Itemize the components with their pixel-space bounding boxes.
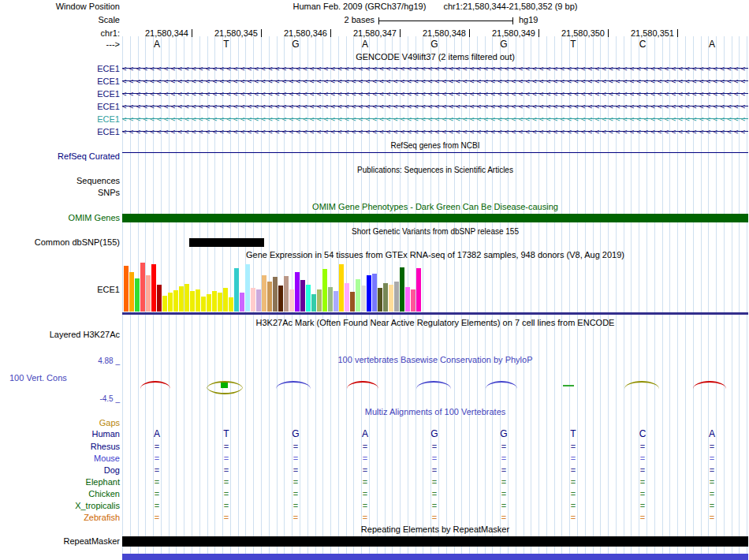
gtex-expression-bar[interactable] bbox=[278, 286, 283, 312]
phylop-signal-dash[interactable] bbox=[563, 385, 574, 386]
gtex-expression-bar[interactable] bbox=[322, 269, 327, 312]
multiz-species-label[interactable]: Mouse bbox=[0, 454, 120, 464]
bottom-track-bar[interactable] bbox=[122, 554, 748, 560]
gtex-gene-label[interactable]: ECE1 bbox=[0, 285, 120, 295]
snps-track-label[interactable]: SNPs bbox=[0, 188, 120, 198]
gtex-expression-bar[interactable] bbox=[295, 272, 300, 312]
h3k27ac-track-label[interactable]: Layered H3K27Ac bbox=[0, 330, 120, 340]
gtex-expression-bar[interactable] bbox=[179, 286, 184, 312]
gtex-expression-bar[interactable] bbox=[411, 289, 415, 312]
repeatmasker-label[interactable]: RepeatMasker bbox=[0, 536, 120, 547]
gtex-expression-bar[interactable] bbox=[300, 280, 305, 312]
dbsnp-variant-bar[interactable] bbox=[189, 238, 264, 247]
gtex-expression-bar[interactable] bbox=[394, 282, 399, 312]
gtex-expression-bar[interactable] bbox=[240, 293, 244, 312]
gtex-expression-bar[interactable] bbox=[196, 289, 200, 312]
gtex-expression-bar[interactable] bbox=[361, 286, 366, 312]
conservation-track-label[interactable]: 100 Vert. Cons bbox=[0, 373, 129, 383]
dbsnp-track-label[interactable]: Common dbSNP(155) bbox=[0, 237, 120, 248]
h3k27ac-track-header[interactable]: H3K27Ac Mark (Often Found Near Active Re… bbox=[122, 318, 748, 328]
omim-gene-bar[interactable] bbox=[122, 214, 748, 222]
gtex-expression-bar[interactable] bbox=[245, 264, 250, 312]
refseq-curated-line[interactable] bbox=[122, 152, 748, 153]
gencode-transcript[interactable]: <<<<<<<<<<<<<<<<<<<<<<<<<<<<<<<<<<<<<<<<… bbox=[122, 76, 748, 87]
gencode-transcript-label[interactable]: ECE1 bbox=[0, 102, 120, 112]
gtex-expression-bar[interactable] bbox=[135, 278, 140, 312]
repeatmasker-bar[interactable] bbox=[122, 536, 748, 547]
refseq-track-header[interactable]: RefSeq genes from NCBI bbox=[122, 140, 748, 151]
gtex-expression-chart[interactable] bbox=[124, 263, 422, 312]
sequences-track-label[interactable]: Sequences bbox=[0, 176, 120, 186]
gtex-expression-bar[interactable] bbox=[256, 289, 261, 312]
gtex-expression-bar[interactable] bbox=[334, 291, 338, 312]
gtex-expression-bar[interactable] bbox=[251, 288, 255, 312]
gtex-expression-bar[interactable] bbox=[184, 284, 189, 312]
gtex-expression-bar[interactable] bbox=[400, 267, 404, 312]
gtex-expression-bar[interactable] bbox=[129, 272, 134, 312]
gtex-expression-bar[interactable] bbox=[201, 297, 206, 312]
multiz-species-label[interactable]: Chicken bbox=[0, 489, 120, 499]
gtex-expression-bar[interactable] bbox=[212, 291, 217, 312]
gtex-expression-bar[interactable] bbox=[328, 287, 333, 312]
publications-track-header[interactable]: Publications: Sequences in Scientific Ar… bbox=[122, 165, 748, 175]
gtex-expression-bar[interactable] bbox=[389, 285, 393, 312]
gtex-expression-bar[interactable] bbox=[273, 277, 278, 312]
gtex-expression-bar[interactable] bbox=[218, 293, 222, 312]
gtex-expression-bar[interactable] bbox=[207, 294, 211, 312]
gtex-expression-bar[interactable] bbox=[229, 297, 233, 312]
gtex-expression-bar[interactable] bbox=[339, 264, 344, 312]
multiz-human-label[interactable]: Human bbox=[0, 429, 120, 439]
multiz-species-label[interactable]: Zebrafish bbox=[0, 513, 120, 523]
repeatmasker-track-header[interactable]: Repeating Elements by RepeatMasker bbox=[122, 525, 748, 535]
refseq-curated-label[interactable]: RefSeq Curated bbox=[0, 151, 120, 162]
gtex-track-header[interactable]: Gene Expression in 54 tissues from GTEx … bbox=[122, 250, 748, 260]
phylop-positive-box[interactable] bbox=[221, 383, 228, 388]
multiz-species-label[interactable]: Dog bbox=[0, 465, 120, 476]
gtex-expression-bar[interactable] bbox=[416, 268, 421, 312]
gtex-expression-bar[interactable] bbox=[262, 275, 266, 312]
gtex-expression-bar[interactable] bbox=[367, 275, 371, 312]
gtex-expression-bar[interactable] bbox=[317, 289, 322, 312]
gencode-transcript-label[interactable]: ECE1 bbox=[0, 89, 120, 99]
gtex-expression-bar[interactable] bbox=[311, 294, 316, 312]
multiz-species-label[interactable]: Rhesus bbox=[0, 442, 120, 452]
gtex-expression-bar[interactable] bbox=[267, 282, 272, 312]
gtex-expression-bar[interactable] bbox=[289, 289, 294, 312]
conservation-track-header[interactable]: 100 vertebrates Basewise Conservation by… bbox=[122, 355, 748, 365]
gtex-expression-bar[interactable] bbox=[168, 293, 173, 312]
multiz-species-label[interactable]: Elephant bbox=[0, 477, 120, 487]
gencode-transcript-label[interactable]: ECE1 bbox=[0, 114, 120, 125]
gencode-track-header[interactable]: GENCODE V49lift37 (2 items filtered out) bbox=[122, 52, 748, 62]
omim-track-header[interactable]: OMIM Gene Phenotypes - Dark Green Can Be… bbox=[122, 202, 748, 212]
gencode-transcript-label[interactable]: ECE1 bbox=[0, 127, 120, 137]
gtex-expression-bar[interactable] bbox=[162, 296, 167, 312]
gtex-expression-bar[interactable] bbox=[378, 288, 382, 312]
gencode-transcript[interactable]: <<<<<<<<<<<<<<<<<<<<<<<<<<<<<<<<<<<<<<<<… bbox=[122, 88, 748, 99]
gtex-expression-bar[interactable] bbox=[345, 283, 349, 312]
gencode-transcript[interactable]: <<<<<<<<<<<<<<<<<<<<<<<<<<<<<<<<<<<<<<<<… bbox=[122, 63, 748, 74]
multiz-track-header[interactable]: Multiz Alignments of 100 Vertebrates bbox=[122, 407, 748, 417]
gtex-expression-bar[interactable] bbox=[140, 263, 145, 312]
multiz-species-label[interactable]: X_tropicalis bbox=[0, 501, 120, 511]
gtex-expression-bar[interactable] bbox=[306, 285, 311, 312]
gtex-expression-bar[interactable] bbox=[157, 285, 162, 312]
gencode-transcript-label[interactable]: ECE1 bbox=[0, 77, 120, 87]
gtex-expression-bar[interactable] bbox=[190, 291, 195, 312]
omim-genes-label[interactable]: OMIM Genes bbox=[0, 213, 120, 223]
gtex-expression-bar[interactable] bbox=[350, 292, 355, 312]
gencode-transcript[interactable]: <<<<<<<<<<<<<<<<<<<<<<<<<<<<<<<<<<<<<<<<… bbox=[122, 101, 748, 112]
gtex-expression-bar[interactable] bbox=[356, 279, 360, 312]
multiz-gaps-label[interactable]: Gaps bbox=[0, 418, 120, 428]
dbsnp-track-header[interactable]: Short Genetic Variants from dbSNP releas… bbox=[122, 226, 748, 237]
gtex-expression-bar[interactable] bbox=[383, 283, 388, 312]
gtex-expression-bar[interactable] bbox=[146, 275, 151, 312]
gtex-expression-bar[interactable] bbox=[151, 264, 156, 312]
gencode-transcript-label[interactable]: ECE1 bbox=[0, 64, 120, 74]
gtex-gene-line[interactable] bbox=[122, 312, 748, 315]
gtex-expression-bar[interactable] bbox=[223, 288, 228, 312]
gencode-transcript[interactable]: <<<<<<<<<<<<<<<<<<<<<<<<<<<<<<<<<<<<<<<<… bbox=[122, 126, 748, 137]
gtex-expression-bar[interactable] bbox=[234, 268, 239, 312]
gtex-expression-bar[interactable] bbox=[284, 276, 289, 312]
gtex-expression-bar[interactable] bbox=[124, 266, 129, 312]
gtex-expression-bar[interactable] bbox=[405, 287, 410, 312]
